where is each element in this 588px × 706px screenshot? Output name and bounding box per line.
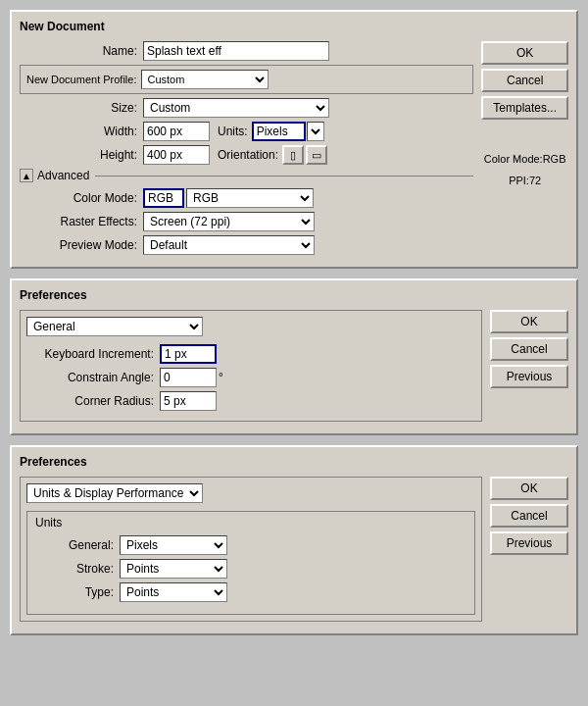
units-select[interactable]	[307, 122, 324, 141]
templates-button[interactable]: Templates...	[481, 96, 568, 120]
orientation-portrait-button[interactable]: ▯	[282, 145, 304, 165]
preferences-section-select-3[interactable]: Units & Display Performance	[26, 483, 203, 503]
type-units-label: Type:	[35, 585, 114, 599]
new-document-dialog: New Document Name: New Document Profile:…	[10, 10, 578, 269]
advanced-collapse-button[interactable]: ▲	[20, 169, 33, 182]
general-units-select[interactable]: Pixels	[120, 535, 227, 555]
constrain-label: Constrain Angle:	[26, 371, 154, 384]
stroke-units-select[interactable]: Points	[120, 559, 227, 579]
width-input[interactable]	[143, 122, 210, 141]
color-mode-label: Color Mode:	[20, 191, 137, 205]
dialog2-title: Preferences	[20, 288, 568, 302]
constrain-input[interactable]	[160, 368, 217, 387]
raster-select[interactable]: Screen (72 ppi)	[143, 212, 315, 231]
corner-input[interactable]	[160, 391, 217, 411]
advanced-label: Advanced	[37, 169, 89, 182]
raster-label: Raster Effects:	[20, 215, 137, 228]
cancel-button-3[interactable]: Cancel	[490, 504, 568, 528]
units-group-label: Units	[35, 516, 466, 530]
keyboard-label: Keyboard Increment:	[26, 347, 154, 361]
name-input[interactable]	[143, 41, 329, 61]
stroke-units-label: Stroke:	[35, 562, 114, 576]
orientation-label: Orientation:	[218, 148, 278, 162]
dialog1-title: New Document	[20, 20, 568, 33]
profile-label: New Document Profile:	[26, 74, 137, 85]
color-mode-input[interactable]	[143, 188, 184, 208]
type-units-select[interactable]: Points	[120, 582, 227, 602]
name-label: Name:	[20, 44, 137, 58]
ok-button-3[interactable]: OK	[490, 477, 568, 500]
preview-select[interactable]: Default	[143, 235, 315, 255]
preferences-section-select[interactable]: General	[26, 317, 203, 336]
preview-label: Preview Mode:	[20, 238, 137, 252]
general-units-label: General:	[35, 538, 114, 552]
keyboard-input[interactable]	[160, 344, 217, 364]
units-input[interactable]	[252, 122, 306, 141]
color-mode-info: Color Mode:RGB	[481, 153, 568, 165]
height-label: Height:	[20, 148, 137, 162]
width-label: Width:	[20, 125, 137, 138]
cancel-button-2[interactable]: Cancel	[490, 337, 568, 361]
height-input[interactable]	[143, 145, 210, 165]
size-label: Size:	[20, 101, 137, 115]
previous-button-2[interactable]: Previous	[490, 365, 568, 388]
size-select[interactable]: Custom	[143, 98, 329, 118]
ppi-info: PPI:72	[481, 175, 568, 186]
ok-button[interactable]: OK	[481, 41, 568, 65]
previous-button-3[interactable]: Previous	[490, 531, 568, 555]
units-label: Units:	[218, 125, 248, 138]
degree-symbol: °	[219, 371, 223, 384]
corner-label: Corner Radius:	[26, 394, 154, 408]
orientation-landscape-button[interactable]: ▭	[306, 145, 327, 165]
ok-button-2[interactable]: OK	[490, 310, 568, 333]
preferences-general-dialog: Preferences General Keyboard Increment: …	[10, 278, 578, 435]
cancel-button[interactable]: Cancel	[481, 69, 568, 92]
preferences-units-dialog: Preferences Units & Display Performance …	[10, 445, 578, 635]
profile-select[interactable]: Custom	[141, 70, 269, 89]
color-mode-select[interactable]: RGB	[186, 188, 314, 208]
dialog3-title: Preferences	[20, 455, 568, 469]
